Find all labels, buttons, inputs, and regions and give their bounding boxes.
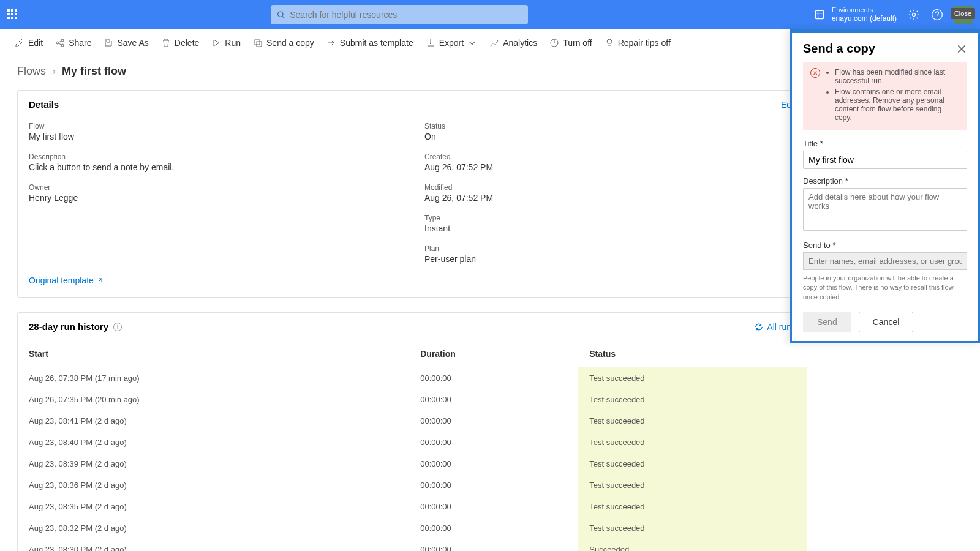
- title-field-label: Title: [803, 139, 967, 148]
- table-row[interactable]: Aug 23, 08:35 PM (2 d ago)00:00:00Test s…: [18, 496, 807, 517]
- table-row[interactable]: Aug 23, 08:41 PM (2 d ago)00:00:00Test s…: [18, 410, 807, 432]
- delete-button[interactable]: Delete: [161, 38, 199, 48]
- turn-off-button[interactable]: Turn off: [549, 38, 592, 48]
- panel-title: Send a copy: [803, 42, 875, 56]
- run-start: Aug 23, 08:32 PM (2 d ago): [18, 517, 409, 539]
- send-copy-panel: Send a copy ✕ Flow has been modified sin…: [790, 29, 980, 343]
- svg-point-0: [278, 12, 283, 17]
- run-duration: 00:00:00: [409, 389, 578, 410]
- flow-value: My first flow: [29, 132, 400, 141]
- sendto-input[interactable]: [803, 252, 967, 270]
- external-link-icon: [96, 277, 104, 284]
- table-row[interactable]: Aug 23, 08:32 PM (2 d ago)00:00:00Test s…: [18, 517, 807, 539]
- refresh-icon: [755, 323, 763, 331]
- error-banner: ✕ Flow has been modified since last succ…: [803, 62, 967, 130]
- help-icon[interactable]: [931, 9, 943, 21]
- created-value: Aug 26, 07:52 PM: [424, 162, 796, 172]
- status-label: Status: [424, 122, 796, 130]
- description-input[interactable]: [803, 188, 967, 231]
- table-row[interactable]: Aug 26, 07:35 PM (20 min ago)00:00:00Tes…: [18, 389, 807, 410]
- run-status: Test succeeded: [578, 517, 807, 539]
- run-start: Aug 23, 08:35 PM (2 d ago): [18, 496, 409, 517]
- environment-picker[interactable]: Environments enayu.com (default): [813, 6, 897, 23]
- run-history-card: 28-day run history i All runs Start Dura…: [17, 312, 807, 551]
- svg-point-3: [913, 13, 916, 17]
- run-duration: 00:00:00: [409, 453, 578, 474]
- chevron-right-icon: ›: [52, 65, 56, 78]
- run-button[interactable]: Run: [211, 38, 241, 48]
- run-duration: 00:00:00: [409, 496, 578, 517]
- title-input[interactable]: [803, 151, 967, 169]
- save-as-button[interactable]: Save As: [104, 38, 148, 48]
- run-status: Test succeeded: [578, 496, 807, 517]
- run-status: Test succeeded: [578, 432, 807, 453]
- top-navigation: Environments enayu.com (default) HL: [0, 0, 980, 29]
- run-history-table: Start Duration Status Aug 26, 07:38 PM (…: [18, 340, 807, 551]
- original-template-link[interactable]: Original template: [29, 276, 104, 285]
- error-icon[interactable]: ✕: [810, 68, 820, 78]
- info-icon[interactable]: i: [113, 323, 122, 331]
- type-label: Type: [424, 214, 796, 222]
- table-row[interactable]: Aug 26, 07:38 PM (17 min ago)00:00:00Tes…: [18, 367, 807, 389]
- table-row[interactable]: Aug 23, 08:30 PM (2 d ago)00:00:00Succee…: [18, 539, 807, 551]
- run-start: Aug 23, 08:40 PM (2 d ago): [18, 432, 409, 453]
- run-status: Test succeeded: [578, 367, 807, 389]
- analytics-button[interactable]: Analytics: [489, 38, 537, 48]
- repair-tips-button[interactable]: Repair tips off: [605, 38, 671, 48]
- edit-button[interactable]: Edit: [15, 38, 43, 48]
- submit-template-button[interactable]: Submit as template: [326, 38, 413, 48]
- run-duration: 00:00:00: [409, 367, 578, 389]
- search-box[interactable]: [271, 5, 528, 24]
- table-row[interactable]: Aug 23, 08:36 PM (2 d ago)00:00:00Test s…: [18, 474, 807, 496]
- table-row[interactable]: Aug 23, 08:39 PM (2 d ago)00:00:00Test s…: [18, 453, 807, 474]
- environment-name: enayu.com (default): [832, 14, 897, 23]
- flow-label: Flow: [29, 122, 400, 130]
- sendto-field-label: Send to: [803, 241, 967, 250]
- svg-rect-8: [255, 40, 260, 45]
- error-message-2: Flow contains one or more email addresse…: [835, 88, 960, 122]
- plan-value: Per-user plan: [424, 254, 796, 264]
- table-row[interactable]: Aug 23, 08:40 PM (2 d ago)00:00:00Test s…: [18, 432, 807, 453]
- description-label: Description: [29, 152, 400, 161]
- panel-note: People in your organization will be able…: [803, 274, 967, 302]
- run-start: Aug 23, 08:36 PM (2 d ago): [18, 474, 409, 496]
- breadcrumb-current: My first flow: [62, 65, 126, 78]
- col-duration[interactable]: Duration: [409, 340, 578, 367]
- share-button[interactable]: Share: [55, 38, 91, 48]
- created-label: Created: [424, 152, 796, 161]
- run-status: Test succeeded: [578, 474, 807, 496]
- search-input[interactable]: [290, 10, 522, 20]
- svg-rect-9: [257, 42, 262, 47]
- col-start[interactable]: Start: [18, 340, 409, 367]
- export-button[interactable]: Export: [426, 38, 477, 48]
- details-title: Details: [29, 99, 59, 110]
- modified-label: Modified: [424, 183, 796, 192]
- col-status[interactable]: Status: [578, 340, 807, 367]
- svg-rect-2: [815, 10, 823, 18]
- chevron-down-icon: [467, 38, 477, 48]
- run-duration: 00:00:00: [409, 517, 578, 539]
- run-status: Test succeeded: [578, 453, 807, 474]
- error-message-1: Flow has been modified since last succes…: [835, 68, 960, 85]
- svg-point-6: [61, 39, 64, 42]
- all-runs-link[interactable]: All runs: [755, 322, 796, 332]
- owner-label: Owner: [29, 183, 400, 192]
- run-start: Aug 23, 08:30 PM (2 d ago): [18, 539, 409, 551]
- status-value: On: [424, 132, 796, 141]
- app-launcher-icon[interactable]: [7, 9, 18, 20]
- send-copy-button[interactable]: Send a copy: [253, 38, 314, 48]
- search-icon: [277, 10, 285, 19]
- send-button[interactable]: Send: [803, 312, 851, 332]
- owner-value: Henry Legge: [29, 193, 400, 203]
- description-field-label: Description: [803, 176, 967, 186]
- run-status: Test succeeded: [578, 389, 807, 410]
- breadcrumb-root[interactable]: Flows: [17, 65, 46, 78]
- run-status: Test succeeded: [578, 410, 807, 432]
- cancel-button[interactable]: Cancel: [859, 312, 914, 332]
- details-card: Details Edit FlowMy first flow Descripti…: [17, 90, 807, 298]
- svg-line-1: [282, 16, 284, 18]
- settings-icon[interactable]: [908, 9, 920, 21]
- run-start: Aug 23, 08:41 PM (2 d ago): [18, 410, 409, 432]
- close-icon[interactable]: [956, 43, 967, 54]
- description-value: Click a button to send a note by email.: [29, 162, 400, 172]
